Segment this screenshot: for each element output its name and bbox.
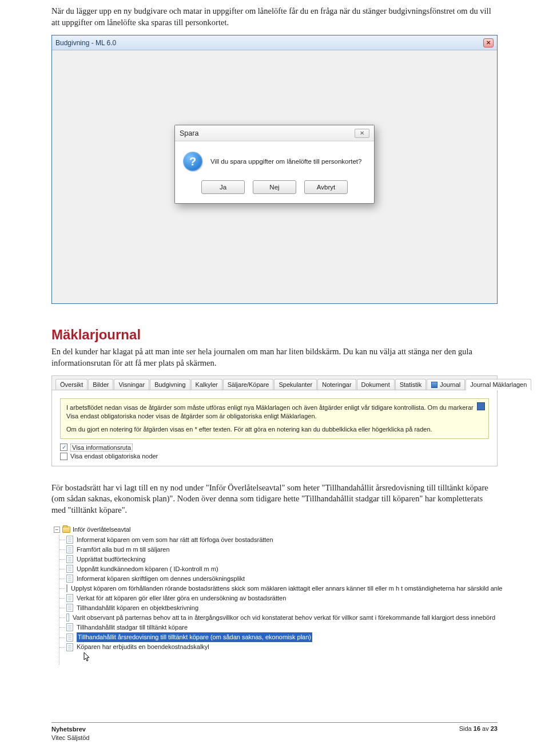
tab-label: Spekulanter [279, 381, 312, 388]
tab-s-ljare-k-pare[interactable]: Säljare/Köpare [223, 379, 274, 390]
tab-label: Säljare/Köpare [228, 381, 269, 388]
tree-item[interactable]: Tillhandahållit köparen en objektbeskriv… [66, 603, 495, 613]
footer-page-mid: av [480, 725, 491, 732]
intro-paragraph: När du lägger upp en ny budgivare och ma… [51, 6, 498, 28]
section-heading: Mäklarjournal [51, 327, 498, 343]
tree-item-label: Upplyst köparen om förhållanden rörande … [71, 584, 503, 593]
section-body: En del kunder har klagat på att man inte… [51, 346, 498, 369]
tree-collapse-button[interactable]: − [54, 527, 60, 533]
tree-item[interactable]: Verkat för att köparen gör eller låter g… [66, 593, 495, 603]
info-panel: I arbetsflödet nedan visas de åtgärder s… [60, 398, 489, 439]
document-icon [66, 545, 73, 553]
tab-spekulanter[interactable]: Spekulanter [274, 379, 317, 390]
tree-item-label: Verkat för att köparen gör eller låter g… [77, 593, 286, 603]
save-dialog-message: Vill du spara uppgifter om lånelöfte til… [210, 158, 361, 165]
tree-item[interactable]: Varit observant på parternas behov att t… [66, 613, 495, 623]
footer-page-prefix: Sida [459, 725, 474, 732]
tree-item-label: Informerat köparen skriftligen om dennes… [77, 574, 245, 584]
tab-dokument[interactable]: Dokument [357, 379, 395, 390]
checkbox-only-mandatory[interactable] [60, 453, 67, 460]
tab-label: Kalkyler [196, 381, 218, 388]
budgivning-title: Budgivning - ML 6.0 [55, 39, 116, 47]
document-icon [66, 634, 73, 642]
footer-subtitle: Vitec Säljstöd [51, 734, 89, 742]
paragraph-2: För bostadsrätt har vi lagt till en ny n… [51, 482, 498, 516]
document-icon [66, 584, 67, 592]
footer-title: Nyhetsbrev [51, 726, 86, 733]
document-icon [66, 565, 73, 573]
footer-page-total: 23 [491, 725, 498, 732]
close-icon: ✕ [360, 130, 364, 136]
cursor-icon [83, 652, 92, 662]
document-icon [66, 575, 73, 583]
tab-label: Budgivning [154, 381, 185, 388]
tree-item-label: Köparen har erbjudits en boendekostnadsk… [77, 642, 209, 652]
tabs-row: ÖversiktBilderVisningarBudgivningKalkyle… [52, 376, 497, 390]
tab-kalkyler[interactable]: Kalkyler [191, 379, 222, 390]
tree-item[interactable]: Köparen har erbjudits en boendekostnadsk… [66, 642, 495, 652]
page-footer: Nyhetsbrev Vitec Säljstöd Sida 16 av 23 [51, 722, 498, 742]
question-icon [183, 152, 202, 171]
document-icon [66, 643, 73, 651]
tree-item[interactable]: Informerat köparen om vem som har rätt a… [66, 535, 495, 545]
tree-item[interactable]: Tillhandahållit stadgar till tilltänkt k… [66, 623, 495, 632]
journal-tabstrip: ÖversiktBilderVisningarBudgivningKalkyle… [51, 375, 498, 466]
tab-label: Noteringar [322, 381, 351, 388]
tree-item-label: Informerat köparen om vem som har rätt a… [77, 535, 273, 545]
budgivning-titlebar: Budgivning - ML 6.0 ✕ [52, 35, 497, 50]
document-icon [66, 623, 73, 631]
tree-item[interactable]: Upplyst köparen om förhållanden rörande … [66, 584, 495, 593]
save-dialog-titlebar: Spara ✕ [175, 125, 374, 141]
tab-label: Statistik [400, 381, 422, 388]
tab-journal-m-klarlagen[interactable]: Journal Mäklarlagen [466, 379, 531, 390]
tab-label: Översikt [60, 381, 83, 388]
dialog-no-button[interactable]: Nej [253, 180, 296, 194]
tab-label: Bilder [93, 381, 109, 388]
tree-item[interactable]: Framfört alla bud m m till säljaren [66, 545, 495, 555]
tab--versikt[interactable]: Översikt [55, 379, 87, 390]
close-icon: ✕ [486, 39, 491, 46]
tree-item-label: Upprättat budförteckning [77, 555, 145, 564]
budgivning-close-button[interactable]: ✕ [483, 38, 494, 48]
tree-item[interactable]: Tillhandahållit årsredovisning till till… [66, 632, 495, 642]
save-icon[interactable] [477, 402, 485, 410]
document-icon [66, 536, 73, 544]
save-dialog: Spara ✕ Vill du spara uppgifter om lånel… [174, 125, 375, 204]
checkbox-show-info-label: Visa informationsruta [70, 444, 133, 452]
tab-journal[interactable]: Journal [427, 379, 465, 390]
document-icon [66, 594, 73, 602]
tab-budgivning[interactable]: Budgivning [150, 379, 190, 390]
tab-noteringar[interactable]: Noteringar [317, 379, 356, 390]
tree-item-label: Tillhandahållit stadgar till tilltänkt k… [77, 623, 188, 632]
tab-label: Journal [440, 381, 460, 388]
tree-item-label: Varit observant på parternas behov att t… [73, 613, 495, 623]
book-icon [431, 382, 437, 388]
tree-item-label: Tillhandahållit årsredovisning till till… [77, 632, 312, 642]
tab-label: Visningar [118, 381, 145, 388]
tree-item[interactable]: Uppnått kundkännedom köparen ( ID-kontro… [66, 564, 495, 574]
dialog-cancel-button[interactable]: Avbryt [304, 180, 348, 194]
tree-root-label[interactable]: Inför överlåtelseavtal [73, 525, 131, 535]
tree-item[interactable]: Upprättat budförteckning [66, 555, 495, 564]
folder-icon [62, 527, 70, 533]
save-dialog-title: Spara [180, 129, 198, 137]
tree-item-label: Tillhandahållit köparen en objektbeskriv… [77, 603, 198, 613]
tab-visningar[interactable]: Visningar [114, 379, 149, 390]
budgivning-window: Budgivning - ML 6.0 ✕ Spara ✕ Vill du sp… [51, 35, 498, 304]
info-panel-p2: Om du gjort en notering för åtgärden vis… [66, 425, 483, 434]
workflow-tree: − Inför överlåtelseavtal Informerat köpa… [51, 523, 498, 668]
budgivning-body: Spara ✕ Vill du spara uppgifter om lånel… [52, 50, 497, 303]
dialog-yes-button[interactable]: Ja [201, 180, 245, 194]
tab-label: Dokument [361, 381, 390, 388]
footer-page-current: 16 [474, 725, 480, 732]
tree-item[interactable]: Informerat köparen skriftligen om dennes… [66, 574, 495, 584]
tab-bilder[interactable]: Bilder [88, 379, 113, 390]
document-icon [66, 604, 73, 612]
tree-item-label: Uppnått kundkännedom köparen ( ID-kontro… [77, 564, 218, 574]
info-panel-p1: I arbetsflödet nedan visas de åtgärder s… [66, 403, 483, 421]
document-icon [66, 555, 73, 563]
tab-statistik[interactable]: Statistik [395, 379, 427, 390]
checkbox-show-info[interactable]: ✓ [60, 444, 67, 451]
document-icon [66, 613, 69, 622]
save-dialog-close-button[interactable]: ✕ [355, 129, 369, 138]
